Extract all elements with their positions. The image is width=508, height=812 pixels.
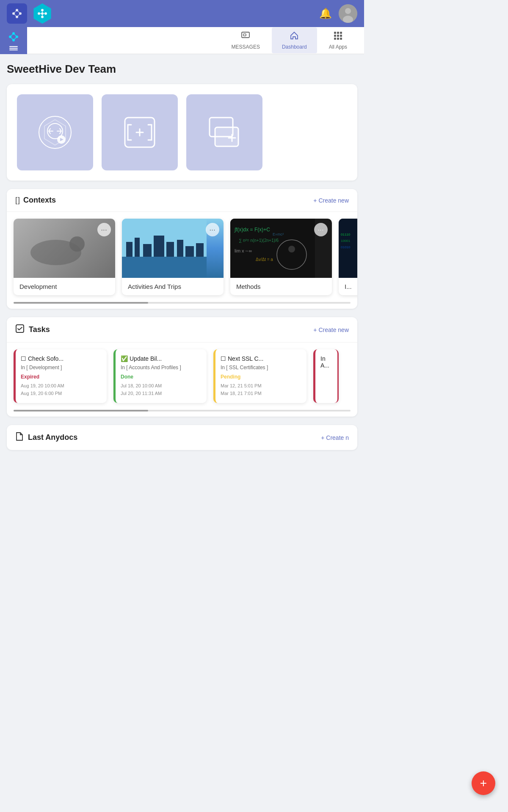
svg-line-5	[17, 10, 20, 14]
brand-icon	[8, 31, 19, 45]
context-card-fourth[interactable]: 01110 10001 01010 I...	[339, 219, 357, 295]
task-card-check-sofo-title: ☐ Check Sofo...	[21, 355, 102, 362]
contexts-title-text: Contexts	[23, 196, 56, 205]
contexts-scroll-thumb	[14, 302, 148, 304]
svg-point-46	[69, 236, 85, 252]
task-card-next-ssl[interactable]: ☐ Next SSL C... In [ SSL Certificates ] …	[213, 349, 306, 403]
svg-line-27	[14, 37, 17, 40]
top-navigation: 🔔	[0, 0, 364, 27]
svg-rect-55	[185, 246, 194, 257]
messages-tab-label: MESSAGES	[232, 44, 260, 50]
svg-rect-37	[337, 38, 339, 40]
context-card-fourth-image: 01110 10001 01010	[339, 219, 357, 278]
svg-text:Δv/Δt = a: Δv/Δt = a	[256, 257, 273, 262]
contexts-title: [ ] Contexts	[15, 196, 56, 205]
task-card-update-bil-dates: Jul 18, 20 10:00 AM Jul 20, 20 11:31 AM	[121, 382, 202, 397]
context-card-activities-label: Activities And Trips	[122, 278, 224, 295]
workflow-app-card[interactable]	[17, 94, 93, 170]
svg-line-26	[10, 37, 14, 40]
user-avatar[interactable]	[339, 4, 357, 23]
tasks-section: Tasks + Create new ☐ Check Sofo... In [ …	[7, 317, 357, 417]
hamburger-icon[interactable]	[9, 46, 18, 50]
svg-rect-31	[337, 32, 339, 34]
context-card-development-menu[interactable]: ···	[97, 223, 111, 236]
sub-nav-brand	[0, 27, 27, 54]
svg-rect-28	[242, 32, 249, 38]
svg-line-7	[17, 14, 20, 17]
app-logo[interactable]	[7, 3, 27, 24]
svg-text:∑ n²= n(n+1)(2n+1)/6: ∑ n²= n(n+1)(2n+1)/6	[239, 238, 279, 243]
task-card-fourth[interactable]: In A...	[313, 349, 339, 403]
task-card-check-sofo-status: Expired	[21, 374, 102, 380]
svg-rect-38	[340, 38, 342, 40]
multiwindow-app-card[interactable]	[186, 94, 262, 170]
svg-text:E=mc²: E=mc²	[273, 232, 284, 236]
svg-rect-34	[337, 35, 339, 37]
svg-line-4	[14, 10, 17, 14]
context-card-methods-image: ∫f(x)dx = F(x)+C ∑ n²= n(n+1)(2n+1)/6 li…	[230, 219, 332, 278]
svg-text:10001: 10001	[341, 239, 351, 243]
svg-point-64	[288, 246, 295, 252]
svg-rect-33	[334, 35, 336, 37]
tasks-title-text: Tasks	[29, 325, 50, 334]
task-card-update-bil-status: Done	[121, 374, 202, 380]
context-card-activities-image: ···	[122, 219, 224, 278]
task-card-check-sofo[interactable]: ☐ Check Sofo... In [ Development ] Expir…	[14, 349, 107, 403]
task-checkbox-unchecked: ☐	[21, 355, 26, 362]
svg-text:01010: 01010	[341, 245, 351, 249]
svg-line-25	[14, 33, 17, 37]
sweethive-logo[interactable]	[32, 3, 52, 24]
tasks-check-icon	[15, 324, 25, 335]
task-card-next-ssl-title: ☐ Next SSL C...	[221, 355, 301, 362]
task-card-update-bil-title: ✅ Update Bil...	[121, 355, 202, 362]
app-cards-container	[7, 84, 357, 181]
task-card-next-ssl-status: Pending	[221, 374, 301, 380]
svg-line-24	[10, 33, 14, 37]
svg-rect-49	[126, 242, 133, 257]
tasks-scroll-thumb	[14, 410, 148, 411]
svg-rect-35	[340, 35, 342, 37]
allapps-tab-label: All Apps	[329, 44, 347, 50]
context-card-methods-menu[interactable]: ···	[314, 223, 328, 236]
context-card-development[interactable]: ··· Development	[14, 219, 115, 295]
context-card-development-label: Development	[14, 278, 115, 295]
dashboard-tab-label: Dashboard	[282, 44, 307, 50]
top-nav-right: 🔔	[319, 4, 357, 23]
context-card-activities[interactable]: ··· Activities And Trips	[122, 219, 224, 295]
task-checkbox-unchecked2: ☐	[221, 355, 226, 362]
tasks-create-new-button[interactable]: + Create new	[313, 326, 349, 333]
task-checkbox-checked: ✅	[121, 355, 128, 362]
anydocs-title: Last Anydocs	[15, 432, 77, 443]
task-card-check-sofo-dates: Aug 19, 20 10:00 AM Aug 19, 20 6:00 PM	[21, 382, 102, 397]
task-card-update-bil-context: In [ Accounts And Profiles ]	[121, 365, 202, 370]
task-card-fourth-title: In A...	[320, 355, 332, 369]
svg-point-39	[39, 116, 71, 148]
tasks-scroll-indicator	[14, 410, 351, 411]
svg-rect-56	[196, 243, 204, 257]
context-app-card[interactable]	[102, 94, 178, 170]
svg-rect-51	[143, 244, 152, 257]
svg-rect-44	[215, 127, 238, 146]
sub-navigation: MESSAGES Dashboard	[0, 27, 364, 54]
context-card-activities-menu[interactable]: ···	[206, 223, 219, 236]
svg-text:lim x→∞: lim x→∞	[235, 248, 252, 253]
context-card-development-image: ···	[14, 219, 115, 278]
anydocs-create-new-button[interactable]: + Create n	[321, 434, 349, 441]
anydocs-title-text: Last Anydocs	[28, 433, 77, 442]
task-card-next-ssl-dates: Mar 12, 21 5:01 PM Mar 18, 21 7:01 PM	[221, 382, 301, 397]
tab-allapps[interactable]: All Apps	[319, 27, 357, 53]
tab-dashboard[interactable]: Dashboard	[272, 27, 317, 53]
svg-rect-54	[177, 240, 183, 257]
tab-messages[interactable]: MESSAGES	[221, 27, 270, 53]
context-card-methods[interactable]: ∫f(x)dx = F(x)+C ∑ n²= n(n+1)(2n+1)/6 li…	[230, 219, 332, 295]
top-nav-left	[7, 3, 52, 24]
svg-point-18	[345, 8, 351, 14]
notification-bell-icon[interactable]: 🔔	[319, 8, 332, 19]
task-card-update-bil[interactable]: ✅ Update Bil... In [ Accounts And Profil…	[113, 349, 207, 403]
page-content: SweetHive Dev Team	[0, 54, 364, 467]
page-title: SweetHive Dev Team	[7, 63, 357, 76]
sub-nav-tabs: MESSAGES Dashboard	[221, 27, 357, 53]
svg-rect-29	[243, 34, 246, 36]
contexts-create-new-button[interactable]: + Create new	[313, 197, 349, 204]
dashboard-icon	[290, 31, 299, 42]
